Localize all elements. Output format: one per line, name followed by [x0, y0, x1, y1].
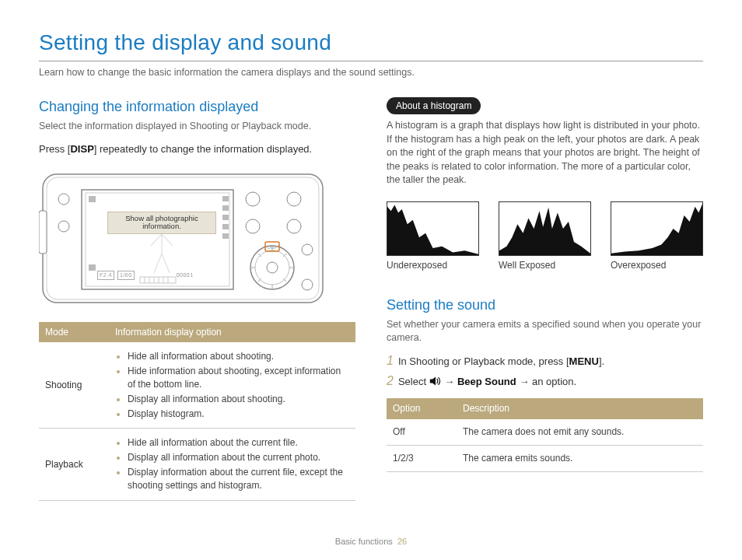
option-cell: 1/2/3	[387, 445, 457, 471]
camera-svg: DISP	[39, 168, 327, 308]
svg-rect-9	[222, 224, 229, 229]
section-sub-sound: Set whether your camera emits a specifie…	[387, 318, 703, 345]
svg-rect-12	[89, 264, 96, 271]
list-item: Hide information about shooting, except …	[128, 365, 349, 391]
th-option: Information display option	[109, 322, 355, 343]
screen-counter: 00001	[177, 271, 194, 279]
svg-rect-6	[222, 196, 229, 201]
list-item: Display all information about the curren…	[128, 451, 349, 464]
arrow-icon: →	[519, 376, 532, 387]
mode-cell: Playback	[39, 429, 109, 500]
step2-prefix: Select	[398, 376, 429, 387]
histogram-underexposed	[387, 201, 479, 256]
intro-text: Learn how to change the basic informatio…	[39, 66, 703, 80]
histogram-row: Underexposed Well Exposed Overexposed	[387, 201, 703, 272]
sound-icon	[429, 376, 445, 387]
disp-button-label: DISP	[70, 143, 93, 155]
option-cell: Off	[387, 419, 457, 445]
menu-button-label: MENU	[569, 355, 599, 367]
histogram-pill: About a histogram	[387, 97, 481, 115]
step-1: 1 In Shooting or Playback mode, press [M…	[387, 355, 703, 369]
histogram-wellexposed	[499, 201, 591, 256]
press-instruction: Press [DISP] repeatedly to change the in…	[39, 142, 355, 156]
svg-rect-8	[222, 215, 229, 220]
camera-screen-readout: F2.4 1/60 00001	[97, 271, 194, 280]
histogram-label: Underexposed	[387, 259, 479, 272]
histogram-description: A histogram is a graph that displays how…	[387, 119, 703, 187]
svg-rect-11	[89, 196, 96, 202]
list-item: Display information about the current fi…	[128, 466, 349, 492]
footer-page-number: 26	[397, 537, 407, 546]
left-column: Changing the information displayed Selec…	[39, 97, 355, 501]
table-row: Off The camera does not emit any sounds.	[387, 419, 703, 445]
beep-sound-label: Beep Sound	[457, 376, 516, 387]
th-option: Option	[387, 398, 457, 419]
th-description: Description	[457, 398, 703, 419]
screen-aperture: F2.4	[97, 271, 114, 280]
arrow-icon: →	[444, 376, 457, 387]
title-rule	[39, 61, 703, 61]
section-heading-sound: Setting the sound	[387, 296, 703, 315]
section-heading-display: Changing the information displayed	[39, 97, 355, 117]
table-row: Playback Hide all information about the …	[39, 429, 355, 500]
list-item: Display histogram.	[128, 408, 349, 421]
step1-prefix: In Shooting or Playback mode, press [	[398, 355, 569, 367]
sound-option-table: Option Description Off The camera does n…	[387, 398, 703, 471]
svg-rect-2	[39, 211, 47, 254]
desc-cell: The camera emits sounds.	[457, 445, 703, 471]
page-footer: Basic functions 26	[0, 536, 742, 548]
list-item: Display all information about shooting.	[128, 393, 349, 406]
right-column: About a histogram A histogram is a graph…	[387, 97, 703, 501]
press-suffix: ] repeatedly to change the information d…	[94, 143, 312, 155]
histogram-label: Overexposed	[611, 259, 703, 272]
step1-suffix: ].	[599, 355, 604, 367]
th-mode: Mode	[39, 322, 109, 343]
press-prefix: Press [	[39, 143, 70, 155]
footer-section: Basic functions	[335, 537, 393, 546]
histogram-overexposed	[611, 201, 703, 256]
table-row: Shooting Hide all information about shoo…	[39, 342, 355, 428]
table-row: 1/2/3 The camera emits sounds.	[387, 445, 703, 471]
section-sub-display: Select the information displayed in Shoo…	[39, 120, 355, 134]
camera-illustration: DISP Show all photographic information. …	[39, 168, 355, 308]
svg-rect-0	[43, 174, 323, 303]
svg-rect-10	[222, 233, 229, 239]
camera-tooltip: Show all photographic information.	[107, 212, 216, 235]
step-2: 2 Select → Beep Sound → an option.	[387, 375, 703, 389]
step-number: 2	[387, 375, 394, 389]
page-title: Setting the display and sound	[39, 27, 703, 58]
svg-text:DISP: DISP	[268, 245, 277, 250]
display-mode-table: Mode Information display option Shooting…	[39, 322, 355, 501]
step2-suffix: an option.	[532, 376, 576, 387]
svg-rect-7	[222, 205, 229, 211]
desc-cell: The camera does not emit any sounds.	[457, 419, 703, 445]
list-item: Hide all information about the current f…	[128, 436, 349, 450]
screen-shutter: 1/60	[117, 271, 135, 280]
list-item: Hide all information about shooting.	[128, 350, 349, 363]
step-number: 1	[387, 355, 394, 369]
mode-cell: Shooting	[39, 342, 109, 428]
histogram-label: Well Exposed	[499, 259, 591, 272]
